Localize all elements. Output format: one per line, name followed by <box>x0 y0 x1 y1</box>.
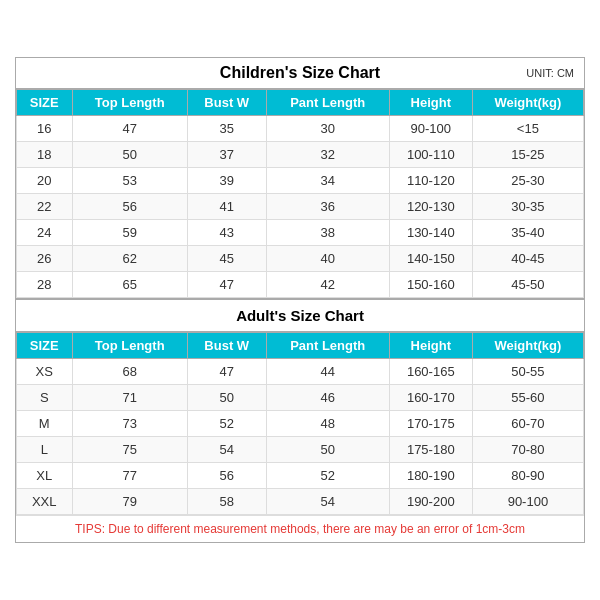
table-cell: 41 <box>187 194 266 220</box>
table-cell: 46 <box>266 385 389 411</box>
table-cell: 77 <box>72 463 187 489</box>
table-cell: 16 <box>17 116 73 142</box>
table-cell: 170-175 <box>389 411 472 437</box>
table-cell: 80-90 <box>472 463 583 489</box>
adults-col-height: Height <box>389 333 472 359</box>
table-cell: 43 <box>187 220 266 246</box>
table-cell: 50 <box>266 437 389 463</box>
table-cell: 30 <box>266 116 389 142</box>
table-cell: 150-160 <box>389 272 472 298</box>
table-cell: XXL <box>17 489 73 515</box>
table-cell: 45 <box>187 246 266 272</box>
table-cell: 56 <box>187 463 266 489</box>
table-cell: 28 <box>17 272 73 298</box>
table-cell: 56 <box>72 194 187 220</box>
adults-col-pant-length: Pant Length <box>266 333 389 359</box>
adults-col-bust-w: Bust W <box>187 333 266 359</box>
table-row: XXL795854190-20090-100 <box>17 489 584 515</box>
table-cell: 32 <box>266 142 389 168</box>
table-cell: 42 <box>266 272 389 298</box>
table-row: 20533934110-12025-30 <box>17 168 584 194</box>
table-cell: 90-100 <box>472 489 583 515</box>
table-row: 24594338130-14035-40 <box>17 220 584 246</box>
children-col-bust-w: Bust W <box>187 90 266 116</box>
table-cell: 48 <box>266 411 389 437</box>
adults-col-top-length: Top Length <box>72 333 187 359</box>
table-cell: 35 <box>187 116 266 142</box>
table-row: 28654742150-16045-50 <box>17 272 584 298</box>
table-cell: 50-55 <box>472 359 583 385</box>
table-row: XS684744160-16550-55 <box>17 359 584 385</box>
children-table: SIZE Top Length Bust W Pant Length Heigh… <box>16 89 584 298</box>
table-cell: 20 <box>17 168 73 194</box>
table-cell: 47 <box>187 359 266 385</box>
table-cell: 52 <box>266 463 389 489</box>
table-cell: 60-70 <box>472 411 583 437</box>
children-col-height: Height <box>389 90 472 116</box>
adults-table: SIZE Top Length Bust W Pant Length Heigh… <box>16 332 584 515</box>
table-cell: 15-25 <box>472 142 583 168</box>
children-title-row: Children's Size Chart UNIT: CM <box>16 58 584 89</box>
table-row: XL775652180-19080-90 <box>17 463 584 489</box>
table-cell: 50 <box>187 385 266 411</box>
table-cell: 130-140 <box>389 220 472 246</box>
adults-title: Adult's Size Chart <box>16 298 584 332</box>
table-cell: 40 <box>266 246 389 272</box>
table-cell: 47 <box>72 116 187 142</box>
table-cell: 120-130 <box>389 194 472 220</box>
children-col-top-length: Top Length <box>72 90 187 116</box>
table-cell: 190-200 <box>389 489 472 515</box>
table-cell: 37 <box>187 142 266 168</box>
table-cell: 54 <box>187 437 266 463</box>
table-cell: 50 <box>72 142 187 168</box>
table-cell: 160-165 <box>389 359 472 385</box>
table-cell: 58 <box>187 489 266 515</box>
table-cell: 52 <box>187 411 266 437</box>
table-cell: 90-100 <box>389 116 472 142</box>
table-cell: 55-60 <box>472 385 583 411</box>
table-row: 1647353090-100<15 <box>17 116 584 142</box>
table-cell: 59 <box>72 220 187 246</box>
table-cell: 53 <box>72 168 187 194</box>
table-cell: S <box>17 385 73 411</box>
table-cell: 39 <box>187 168 266 194</box>
unit-label: UNIT: CM <box>526 67 574 79</box>
table-cell: 24 <box>17 220 73 246</box>
table-cell: 36 <box>266 194 389 220</box>
tips-row: TIPS: Due to different measurement metho… <box>16 515 584 542</box>
table-cell: 70-80 <box>472 437 583 463</box>
adults-col-weight: Weight(kg) <box>472 333 583 359</box>
table-cell: 62 <box>72 246 187 272</box>
table-cell: 26 <box>17 246 73 272</box>
adults-header-row: SIZE Top Length Bust W Pant Length Heigh… <box>17 333 584 359</box>
table-cell: 45-50 <box>472 272 583 298</box>
table-cell: 71 <box>72 385 187 411</box>
children-col-weight: Weight(kg) <box>472 90 583 116</box>
table-row: M735248170-17560-70 <box>17 411 584 437</box>
children-title: Children's Size Chart <box>220 64 380 82</box>
table-cell: 73 <box>72 411 187 437</box>
table-cell: 38 <box>266 220 389 246</box>
table-cell: 22 <box>17 194 73 220</box>
table-cell: 180-190 <box>389 463 472 489</box>
table-cell: M <box>17 411 73 437</box>
table-cell: 44 <box>266 359 389 385</box>
table-row: S715046160-17055-60 <box>17 385 584 411</box>
table-cell: L <box>17 437 73 463</box>
table-row: 18503732100-11015-25 <box>17 142 584 168</box>
table-row: 26624540140-15040-45 <box>17 246 584 272</box>
table-cell: 100-110 <box>389 142 472 168</box>
table-cell: 25-30 <box>472 168 583 194</box>
table-cell: 68 <box>72 359 187 385</box>
table-cell: 30-35 <box>472 194 583 220</box>
table-cell: 47 <box>187 272 266 298</box>
adults-col-size: SIZE <box>17 333 73 359</box>
table-cell: 79 <box>72 489 187 515</box>
table-row: 22564136120-13030-35 <box>17 194 584 220</box>
table-cell: 175-180 <box>389 437 472 463</box>
children-header-row: SIZE Top Length Bust W Pant Length Heigh… <box>17 90 584 116</box>
table-cell: 18 <box>17 142 73 168</box>
table-cell: 160-170 <box>389 385 472 411</box>
table-cell: 35-40 <box>472 220 583 246</box>
table-cell: 75 <box>72 437 187 463</box>
